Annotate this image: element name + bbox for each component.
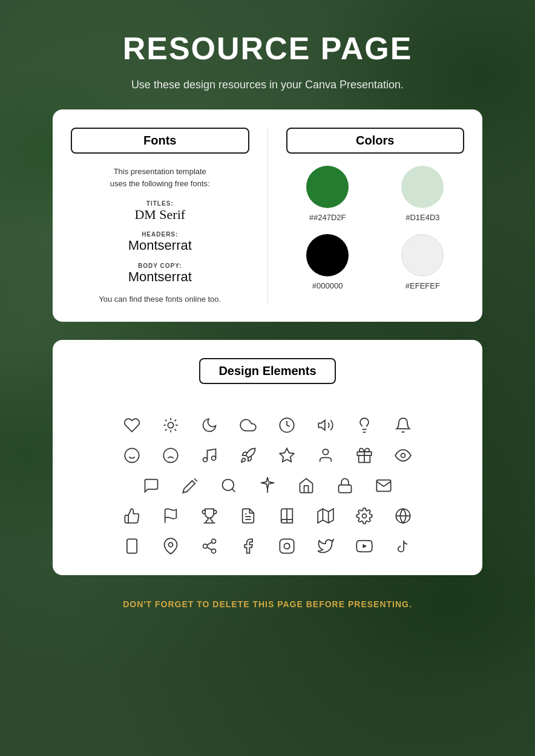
color-circle-lightgreen bbox=[401, 166, 444, 208]
page-subtitle: Use these design resources in your Canva… bbox=[131, 79, 404, 91]
svg-point-25 bbox=[401, 454, 405, 458]
svg-marker-51 bbox=[363, 544, 367, 549]
svg-point-22 bbox=[323, 449, 328, 455]
colors-section: Colors ##247D2F #D1E4D3 #000000 #EFEFEF bbox=[268, 128, 465, 304]
thumbsup-icon bbox=[121, 505, 143, 527]
font-name-titles: DM Serif bbox=[71, 207, 249, 223]
settings-icon bbox=[353, 505, 375, 527]
page-footer: DON'T FORGET TO DELETE THIS PAGE BEFORE … bbox=[123, 599, 412, 609]
share-icon bbox=[199, 535, 220, 557]
svg-rect-49 bbox=[280, 539, 294, 553]
heart-icon bbox=[121, 414, 143, 436]
music-icon bbox=[199, 445, 220, 466]
color-hex-lightgreen: #D1E4D3 bbox=[405, 213, 439, 222]
svg-line-28 bbox=[232, 489, 235, 492]
globe-icon bbox=[392, 505, 414, 527]
fonts-header: Fonts bbox=[71, 128, 249, 154]
rocket-icon bbox=[237, 445, 259, 466]
font-name-headers: Montserrat bbox=[71, 238, 249, 253]
book-icon bbox=[276, 505, 298, 527]
moon-icon bbox=[199, 414, 220, 436]
location-icon bbox=[160, 535, 182, 557]
eye-icon bbox=[392, 445, 414, 466]
icons-row-5 bbox=[121, 535, 414, 557]
home-icon bbox=[295, 475, 317, 497]
color-circle-green bbox=[306, 166, 349, 208]
font-label-headers: HEADERS: bbox=[71, 231, 249, 238]
color-hex-green: ##247D2F bbox=[309, 213, 346, 222]
design-elements-card: Design Elements bbox=[53, 340, 482, 575]
svg-point-43 bbox=[169, 543, 173, 547]
font-entry-headers: HEADERS: Montserrat bbox=[71, 231, 249, 253]
user-icon bbox=[315, 445, 336, 466]
svg-line-7 bbox=[165, 429, 166, 431]
fonts-description: This presentation templateuses the follo… bbox=[71, 166, 249, 189]
svg-point-44 bbox=[212, 539, 216, 544]
color-circle-gray bbox=[401, 234, 444, 276]
color-circle-black bbox=[306, 234, 349, 276]
svg-point-38 bbox=[363, 514, 367, 518]
svg-rect-41 bbox=[127, 539, 137, 553]
tiktok-icon bbox=[392, 535, 414, 557]
svg-marker-10 bbox=[318, 420, 325, 430]
page-title: RESOURCE PAGE bbox=[123, 30, 413, 67]
youtube-icon bbox=[353, 535, 375, 557]
color-item-green: ##247D2F bbox=[286, 166, 369, 222]
colors-header: Colors bbox=[286, 128, 465, 154]
svg-point-20 bbox=[212, 456, 216, 460]
color-item-gray: #EFEFEF bbox=[381, 234, 464, 290]
icons-row-2 bbox=[121, 445, 414, 466]
svg-line-26 bbox=[194, 479, 197, 482]
lock-icon bbox=[334, 475, 356, 497]
svg-point-0 bbox=[168, 423, 173, 428]
color-hex-black: #000000 bbox=[312, 281, 343, 290]
font-label-titles: TITLES: bbox=[71, 200, 249, 207]
instagram-icon bbox=[276, 535, 298, 557]
svg-rect-30 bbox=[339, 485, 352, 493]
design-header-wrapper: Design Elements bbox=[71, 358, 464, 399]
trophy-icon bbox=[199, 505, 220, 527]
flag-icon bbox=[160, 505, 182, 527]
chat-icon bbox=[140, 475, 162, 497]
mail-icon bbox=[373, 475, 395, 497]
svg-point-46 bbox=[212, 549, 216, 553]
svg-point-19 bbox=[203, 458, 208, 462]
gift-icon bbox=[353, 445, 375, 466]
search-icon bbox=[218, 475, 240, 497]
star-icon bbox=[276, 445, 298, 466]
design-elements-header: Design Elements bbox=[199, 358, 335, 384]
svg-point-16 bbox=[163, 449, 177, 463]
twitter-icon bbox=[315, 535, 336, 557]
colors-grid: ##247D2F #D1E4D3 #000000 #EFEFEF bbox=[286, 166, 465, 290]
svg-point-13 bbox=[125, 449, 139, 463]
font-name-body: Montserrat bbox=[71, 269, 249, 285]
lightbulb-icon bbox=[353, 414, 375, 436]
pin-icon bbox=[257, 475, 278, 497]
smile-icon bbox=[121, 445, 143, 466]
font-entry-titles: TITLES: DM Serif bbox=[71, 200, 249, 223]
phone-icon bbox=[121, 535, 143, 557]
icons-row-1 bbox=[121, 414, 414, 436]
fonts-section: Fonts This presentation templateuses the… bbox=[71, 128, 268, 304]
pencil-icon bbox=[179, 475, 201, 497]
color-item-lightgreen: #D1E4D3 bbox=[381, 166, 464, 222]
icons-grid bbox=[71, 414, 464, 557]
facebook-icon bbox=[237, 535, 259, 557]
svg-marker-21 bbox=[280, 449, 294, 462]
svg-line-8 bbox=[175, 420, 176, 421]
svg-line-3 bbox=[165, 420, 166, 421]
cloud-icon bbox=[237, 414, 259, 436]
svg-line-47 bbox=[207, 547, 212, 550]
svg-line-48 bbox=[207, 543, 212, 546]
map-icon bbox=[315, 505, 336, 527]
svg-point-45 bbox=[203, 544, 208, 549]
sun-icon bbox=[160, 414, 182, 436]
svg-line-4 bbox=[175, 429, 176, 431]
fonts-footer: You can find these fonts online too. bbox=[71, 295, 249, 304]
bell-icon bbox=[392, 414, 414, 436]
clock-icon bbox=[276, 414, 298, 436]
megaphone-icon bbox=[315, 414, 336, 436]
font-entry-body: BODY COPY: Montserrat bbox=[71, 262, 249, 285]
document-icon bbox=[237, 505, 259, 527]
frown-icon bbox=[160, 445, 182, 466]
